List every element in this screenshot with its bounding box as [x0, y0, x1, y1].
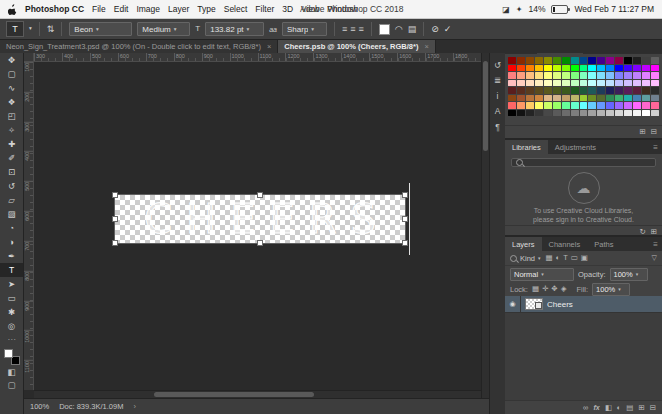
- document-tab-cheers[interactable]: Cheers.psb @ 100% (Cheers, RGB/8*) ×: [278, 40, 435, 53]
- library-search-input[interactable]: [511, 158, 656, 167]
- anti-alias-select[interactable]: Sharp ▾: [282, 22, 327, 36]
- opacity-select[interactable]: 100% ▾: [610, 268, 648, 281]
- color-swatch[interactable]: [642, 57, 650, 64]
- color-swatch[interactable]: [651, 65, 659, 72]
- lock-all-icon[interactable]: ◈: [561, 285, 567, 293]
- transform-handle[interactable]: [257, 240, 263, 246]
- type-tool[interactable]: T: [0, 263, 23, 277]
- horizontal-ruler[interactable]: 3004005006007008009001000110012001300140…: [34, 53, 481, 62]
- layer-filter-kind[interactable]: Kind: [520, 254, 535, 263]
- color-swatch[interactable]: [580, 102, 588, 109]
- color-swatch[interactable]: [642, 102, 650, 109]
- transform-handle[interactable]: [402, 192, 408, 198]
- color-swatch[interactable]: [517, 87, 525, 94]
- color-swatch[interactable]: [615, 87, 623, 94]
- color-swatch[interactable]: [508, 80, 516, 87]
- color-swatch[interactable]: [535, 102, 543, 109]
- color-swatch[interactable]: [580, 110, 588, 117]
- color-swatch[interactable]: [544, 95, 552, 102]
- add-library-icon[interactable]: ⊞: [651, 228, 657, 236]
- color-swatch[interactable]: [526, 102, 534, 109]
- text-orientation-icon[interactable]: ⇅: [47, 25, 55, 34]
- color-swatch[interactable]: [517, 72, 525, 79]
- color-swatch[interactable]: [571, 65, 579, 72]
- close-tab-icon[interactable]: ×: [267, 42, 271, 51]
- color-swatch[interactable]: [580, 87, 588, 94]
- color-swatch[interactable]: [535, 65, 543, 72]
- color-swatch[interactable]: [624, 65, 632, 72]
- color-swatch[interactable]: [588, 102, 596, 109]
- menu-filter[interactable]: Filter: [255, 4, 274, 14]
- color-swatch[interactable]: [606, 102, 614, 109]
- blend-mode-select[interactable]: Normal ▾: [510, 268, 574, 281]
- transform-handle[interactable]: [257, 192, 263, 198]
- color-swatch[interactable]: [606, 110, 614, 117]
- horizontal-scrollbar[interactable]: [34, 390, 481, 398]
- color-swatch[interactable]: [517, 80, 525, 87]
- color-swatch[interactable]: [651, 57, 659, 64]
- color-swatch[interactable]: [588, 95, 596, 102]
- color-swatch[interactable]: [580, 57, 588, 64]
- eraser-tool[interactable]: ▱: [0, 193, 23, 207]
- lock-pixels-icon[interactable]: ✛: [542, 285, 548, 293]
- zoom-tool[interactable]: ◎: [0, 319, 23, 333]
- color-swatch[interactable]: [517, 102, 525, 109]
- color-swatch[interactable]: [633, 80, 641, 87]
- color-swatch[interactable]: [615, 110, 623, 117]
- close-tab-icon[interactable]: ×: [424, 42, 428, 51]
- color-swatch[interactable]: [544, 80, 552, 87]
- color-swatch[interactable]: [588, 110, 596, 117]
- color-swatch[interactable]: [624, 95, 632, 102]
- color-swatch[interactable]: [633, 95, 641, 102]
- layer-visibility-icon[interactable]: ◉: [505, 296, 521, 312]
- color-swatch[interactable]: [553, 87, 561, 94]
- color-swatch[interactable]: [562, 80, 570, 87]
- cancel-edits-icon[interactable]: ⊘: [431, 24, 439, 34]
- color-swatch[interactable]: [651, 80, 659, 87]
- menu-3d[interactable]: 3D: [282, 4, 293, 14]
- color-swatch[interactable]: [624, 87, 632, 94]
- dodge-tool[interactable]: ◑: [0, 235, 23, 249]
- color-swatch[interactable]: [553, 95, 561, 102]
- color-swatch[interactable]: [615, 95, 623, 102]
- type-tool-preset[interactable]: T: [6, 21, 24, 37]
- status-menu-icon[interactable]: ›: [133, 402, 136, 411]
- menu-extra-icon-2[interactable]: ✦: [516, 5, 523, 14]
- info-panel-icon[interactable]: i: [497, 92, 499, 101]
- color-swatch[interactable]: [517, 95, 525, 102]
- link-layers-icon[interactable]: ∞: [583, 404, 588, 412]
- text-color-swatch[interactable]: [379, 24, 390, 35]
- color-swatch[interactable]: [508, 87, 516, 94]
- color-swatch[interactable]: [526, 110, 534, 117]
- color-swatch[interactable]: [606, 57, 614, 64]
- color-swatch[interactable]: [526, 95, 534, 102]
- layer-row[interactable]: ◉Cheers: [505, 296, 662, 313]
- color-swatch[interactable]: [571, 95, 579, 102]
- menu-type[interactable]: Type: [197, 4, 215, 14]
- color-swatch[interactable]: [615, 65, 623, 72]
- color-swatch[interactable]: [553, 65, 561, 72]
- lock-position-icon[interactable]: ✥: [551, 285, 557, 293]
- menu-extra-icon-1[interactable]: ◪: [502, 5, 510, 14]
- layer-thumbnail[interactable]: [525, 298, 543, 310]
- color-swatch[interactable]: [562, 65, 570, 72]
- color-swatch[interactable]: [553, 110, 561, 117]
- color-swatch[interactable]: [651, 87, 659, 94]
- color-swatch[interactable]: [544, 72, 552, 79]
- color-swatch[interactable]: [615, 80, 623, 87]
- path-selection-tool[interactable]: ➤: [0, 277, 23, 291]
- vertical-ruler[interactable]: 10020030040050060070080090010001100: [24, 62, 34, 390]
- color-swatch[interactable]: [562, 87, 570, 94]
- color-swatch[interactable]: [633, 65, 641, 72]
- new-swatch-icon[interactable]: ⊞: [639, 128, 645, 136]
- layer-effects-icon[interactable]: fx: [593, 404, 599, 411]
- marquee-tool[interactable]: ▢: [0, 67, 23, 81]
- color-swatch[interactable]: [535, 95, 543, 102]
- warp-text-icon[interactable]: ◠: [395, 25, 403, 34]
- color-swatch[interactable]: [580, 80, 588, 87]
- color-swatch[interactable]: [508, 110, 516, 117]
- transform-handle[interactable]: [112, 216, 118, 222]
- color-swatch[interactable]: [571, 80, 579, 87]
- color-swatch[interactable]: [597, 80, 605, 87]
- color-swatch[interactable]: [544, 65, 552, 72]
